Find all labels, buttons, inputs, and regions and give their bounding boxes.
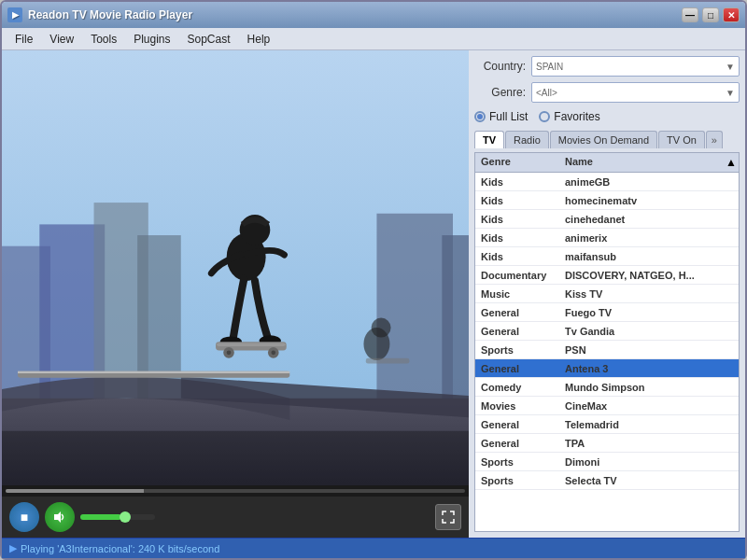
channel-name: Telemadrid bbox=[559, 419, 739, 430]
channel-name: Fuego TV bbox=[559, 307, 739, 318]
channel-row[interactable]: KidsanimeGB bbox=[475, 173, 739, 191]
svg-point-18 bbox=[227, 351, 232, 356]
channel-genre: Sports bbox=[475, 456, 559, 468]
fullscreen-button[interactable] bbox=[435, 504, 461, 530]
channel-genre: Kids bbox=[475, 251, 559, 262]
seek-bar-area[interactable] bbox=[2, 485, 469, 497]
svg-rect-15 bbox=[217, 343, 285, 345]
channel-name: Dimoni bbox=[559, 456, 739, 468]
minimize-button[interactable]: — bbox=[682, 7, 698, 22]
svg-rect-22 bbox=[366, 358, 410, 364]
tab-more-button[interactable]: » bbox=[706, 131, 723, 148]
channel-row[interactable]: SportsDimoni bbox=[475, 453, 739, 471]
volume-slider-container bbox=[80, 514, 155, 520]
channel-genre: Sports bbox=[475, 344, 559, 356]
volume-button[interactable] bbox=[45, 502, 75, 532]
channel-name: maifansub bbox=[559, 251, 739, 262]
channel-name: CineMax bbox=[559, 400, 739, 412]
favorites-radio[interactable] bbox=[539, 111, 550, 122]
channel-row[interactable]: ComedyMundo Simpson bbox=[475, 378, 739, 397]
volume-thumb bbox=[120, 511, 131, 523]
channel-genre: Movies bbox=[475, 400, 559, 412]
full-list-label: Full List bbox=[489, 110, 528, 123]
svg-marker-24 bbox=[54, 511, 61, 523]
status-icon: ▶ bbox=[9, 542, 17, 554]
window-controls: — □ ✕ bbox=[682, 7, 740, 22]
menu-view[interactable]: View bbox=[42, 31, 81, 48]
right-panel: Country: SPAIN ▼ Genre: <All> ▼ Full Lis… bbox=[469, 50, 745, 538]
seek-bar[interactable] bbox=[6, 489, 465, 493]
country-select[interactable]: SPAIN ▼ bbox=[531, 56, 740, 77]
close-button[interactable]: ✕ bbox=[723, 7, 740, 22]
tab-tv-on[interactable]: TV On bbox=[658, 131, 705, 148]
tab-radio[interactable]: Radio bbox=[505, 131, 549, 148]
volume-icon bbox=[53, 511, 66, 524]
volume-fill bbox=[80, 514, 121, 520]
channel-genre: General bbox=[475, 438, 559, 449]
channel-genre: Kids bbox=[475, 176, 559, 188]
channel-row[interactable]: SportsPSN bbox=[475, 341, 739, 359]
country-label: Country: bbox=[474, 60, 526, 73]
svg-point-19 bbox=[271, 351, 275, 356]
channel-list-header: Genre Name ▲ bbox=[475, 153, 739, 173]
seek-progress bbox=[6, 489, 144, 493]
full-list-radio[interactable] bbox=[474, 111, 486, 122]
channel-name: Antena 3 bbox=[559, 363, 739, 374]
full-list-option[interactable]: Full List bbox=[474, 110, 528, 123]
main-content: ■ bbox=[2, 50, 745, 538]
app-window: ▶ Readon TV Movie Radio Player — □ ✕ Fil… bbox=[0, 0, 747, 560]
stop-button[interactable]: ■ bbox=[9, 502, 39, 532]
status-text: Playing 'A3Internacional': 240 K bits/se… bbox=[21, 543, 219, 554]
channel-genre: Documentary bbox=[475, 270, 559, 281]
menu-sopcast[interactable]: SopCast bbox=[180, 31, 238, 48]
menu-tools[interactable]: Tools bbox=[83, 31, 124, 48]
tab-tv[interactable]: TV bbox=[474, 131, 504, 148]
channel-row[interactable]: SportsSelecta TV bbox=[475, 471, 739, 490]
channel-row[interactable]: GeneralAntena 3 bbox=[475, 359, 739, 378]
favorites-option[interactable]: Favorites bbox=[539, 110, 599, 123]
volume-slider[interactable] bbox=[80, 514, 155, 520]
channel-row[interactable]: GeneralTelemadrid bbox=[475, 415, 739, 434]
menu-file[interactable]: File bbox=[7, 31, 40, 48]
svg-point-21 bbox=[372, 318, 391, 338]
svg-rect-9 bbox=[18, 371, 289, 373]
channel-genre: General bbox=[475, 419, 559, 430]
video-player[interactable] bbox=[2, 50, 469, 485]
channel-row[interactable]: MoviesCineMax bbox=[475, 397, 739, 415]
channel-name: homecinematv bbox=[559, 195, 739, 206]
channel-list[interactable]: KidsanimeGBKidshomecinematvKidscinehedan… bbox=[475, 173, 739, 531]
col-genre-header: Genre bbox=[475, 156, 559, 169]
tab-movies-on-demand[interactable]: Movies On Demand bbox=[550, 131, 657, 148]
channel-row[interactable]: Kidsmaifansub bbox=[475, 247, 739, 266]
country-dropdown-icon: ▼ bbox=[726, 62, 735, 72]
country-value: SPAIN bbox=[536, 62, 563, 72]
window-title: Readon TV Movie Radio Player bbox=[28, 8, 192, 21]
channel-genre: Comedy bbox=[475, 382, 559, 393]
col-name-header: Name bbox=[559, 156, 726, 169]
genre-select[interactable]: <All> ▼ bbox=[531, 82, 740, 103]
channel-genre: Music bbox=[475, 288, 559, 300]
col-sort-icon[interactable]: ▲ bbox=[726, 156, 739, 169]
channel-row[interactable]: DocumentaryDISCOVERY, NATGEO, H... bbox=[475, 266, 739, 285]
channel-name: PSN bbox=[559, 344, 739, 356]
channel-row[interactable]: GeneralTPA bbox=[475, 434, 739, 453]
channel-row[interactable]: Kidshomecinematv bbox=[475, 191, 739, 210]
view-mode-row: Full List Favorites bbox=[474, 108, 740, 125]
menu-help[interactable]: Help bbox=[240, 31, 278, 48]
channel-row[interactable]: GeneralFuego TV bbox=[475, 303, 739, 322]
genre-value: <All> bbox=[536, 88, 557, 98]
channel-row[interactable]: Kidsanimerix bbox=[475, 229, 739, 247]
fullscreen-icon bbox=[442, 511, 455, 524]
channel-genre: General bbox=[475, 363, 559, 374]
maximize-button[interactable]: □ bbox=[702, 7, 719, 22]
channel-genre: Kids bbox=[475, 214, 559, 225]
country-filter-row: Country: SPAIN ▼ bbox=[474, 56, 740, 77]
channel-name: TPA bbox=[559, 438, 739, 449]
channel-row[interactable]: Kidscinehedanet bbox=[475, 210, 739, 229]
menu-plugins[interactable]: Plugins bbox=[126, 31, 177, 48]
channel-row[interactable]: GeneralTv Gandia bbox=[475, 322, 739, 341]
menu-bar: File View Tools Plugins SopCast Help bbox=[2, 28, 745, 50]
channel-name: Tv Gandia bbox=[559, 326, 739, 337]
channel-row[interactable]: MusicKiss TV bbox=[475, 285, 739, 303]
channel-genre: Kids bbox=[475, 195, 559, 206]
